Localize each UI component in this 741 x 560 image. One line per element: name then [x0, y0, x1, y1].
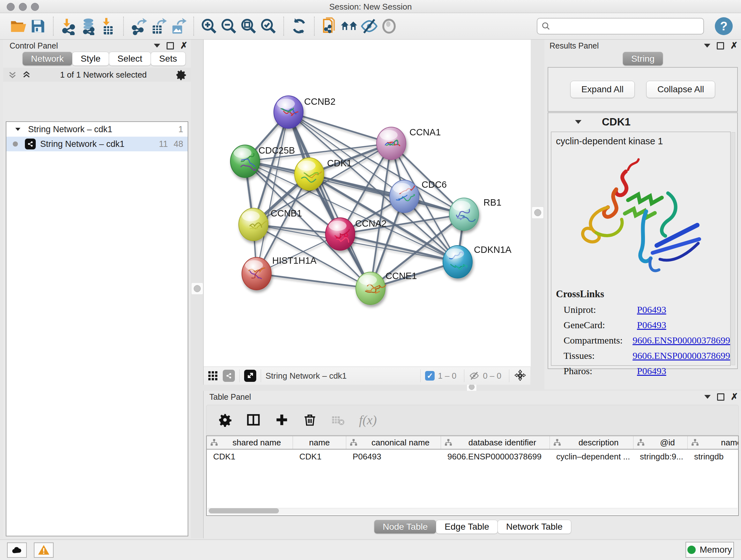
right-splitter-handle[interactable] [532, 206, 544, 219]
column-header[interactable]: shared name [207, 436, 293, 449]
column-header[interactable]: canonical name [346, 436, 441, 449]
crosslink-link[interactable]: 9606.ENSP00000378699 [632, 335, 730, 346]
close-panel-icon[interactable]: ✗ [731, 41, 738, 50]
apply-layout-button[interactable] [289, 16, 309, 36]
export-image-button[interactable] [169, 16, 188, 36]
table-hscroll-thumb[interactable] [209, 508, 279, 513]
node-CCNB2[interactable] [274, 96, 303, 128]
export-table-button[interactable] [149, 16, 169, 36]
cloud-button[interactable] [7, 543, 27, 558]
zoom-fit-button[interactable] [239, 16, 259, 36]
column-header[interactable]: database identifier [441, 436, 550, 449]
tab-network[interactable]: Network [22, 52, 72, 66]
export-network-button[interactable] [129, 16, 149, 36]
zoom-selected-icon [260, 17, 277, 35]
table-row[interactable]: CDK1CDK1P064939606.ENSP00000378699cyclin… [207, 449, 738, 463]
float-panel-icon[interactable] [717, 42, 724, 50]
table-cell[interactable]: 9606.ENSP00000378699 [441, 452, 550, 462]
gene-details: cyclin-dependent kinase 1 [551, 132, 731, 366]
import-table-button[interactable] [98, 16, 118, 36]
column-header[interactable]: name [293, 436, 346, 449]
network-graph[interactable]: CCNB2CCNA1CDC25BCDK1CDC6RB1CCNB1CCNA2CDK… [204, 40, 531, 367]
network-canvas[interactable]: CCNB2CCNA1CDC25BCDK1CDC6RB1CCNB1CCNA2CDK… [203, 40, 531, 367]
tab-sets[interactable]: Sets [151, 52, 186, 66]
hide-selection-button[interactable] [359, 16, 379, 36]
open-session-button[interactable] [8, 16, 28, 36]
crosslink-link[interactable]: P06493 [637, 320, 666, 330]
collapse-panel-icon[interactable] [704, 44, 711, 48]
collapse-panel-icon[interactable] [154, 44, 160, 48]
import-network-database-button[interactable] [78, 16, 98, 36]
show-all-button[interactable] [379, 16, 399, 36]
network-row[interactable]: String Network – cdk1 11 48 [6, 137, 188, 151]
network-from-selection-button[interactable] [320, 16, 340, 36]
warning-button[interactable] [34, 543, 54, 558]
memory-button[interactable]: Memory [685, 542, 734, 558]
crosslink-link[interactable]: P06493 [637, 304, 666, 315]
help-button[interactable]: ? [715, 17, 733, 35]
network-collection-row[interactable]: String Network – cdk1 1 [6, 122, 188, 137]
show-columns-icon[interactable] [246, 413, 261, 427]
node-CDC25B[interactable] [230, 145, 260, 178]
hidden-eye-slash-icon[interactable] [469, 370, 480, 381]
node-RB1[interactable] [449, 198, 479, 231]
tab-select[interactable]: Select [109, 52, 151, 66]
float-panel-icon[interactable] [166, 42, 174, 50]
node-CCNA2[interactable] [326, 218, 355, 250]
crosslink-link[interactable]: 9606.ENSP00000378699 [632, 350, 730, 361]
table-cell[interactable]: P06493 [346, 452, 441, 462]
node-CDC6[interactable] [390, 180, 419, 212]
node-CDKN1A[interactable] [443, 246, 472, 278]
close-panel-icon[interactable]: ✗ [180, 41, 188, 50]
tab-network-table[interactable]: Network Table [497, 520, 571, 534]
table-cell[interactable]: CDK1 [293, 452, 346, 462]
column-header[interactable]: @id [633, 436, 688, 449]
network-status-dot [13, 141, 18, 146]
zoom-selected-button[interactable] [259, 16, 278, 36]
zoom-out-button[interactable] [219, 16, 239, 36]
node-CCNB1[interactable] [239, 208, 268, 241]
pan-move-icon[interactable] [514, 369, 527, 382]
first-neighbors-button[interactable] [340, 16, 359, 36]
tree-expander-icon[interactable] [15, 128, 20, 131]
collapse-all-button[interactable]: Collapse All [646, 81, 715, 98]
expand-all-button[interactable]: Expand All [570, 81, 635, 98]
left-splitter-handle[interactable] [191, 283, 203, 295]
table-cell[interactable]: stringdb:9... [633, 452, 688, 462]
tab-style[interactable]: Style [72, 52, 109, 66]
import-network-file-button[interactable] [59, 16, 78, 36]
tab-string[interactable]: String [623, 52, 663, 66]
search-input[interactable] [551, 21, 699, 32]
table-cell[interactable]: cyclin–dependent ... [550, 452, 633, 462]
node-CCNE1[interactable] [356, 272, 386, 305]
selected-nodes-checkbox[interactable]: ✓ [425, 371, 434, 381]
save-session-button[interactable] [28, 16, 48, 36]
delete-column-icon[interactable] [303, 413, 317, 427]
table-options-gear-icon[interactable] [218, 413, 232, 427]
options-gear-icon[interactable] [176, 69, 186, 80]
zoom-in-button[interactable] [199, 16, 219, 36]
section-expander-icon[interactable] [575, 120, 582, 124]
node-HIST1H1A[interactable] [242, 257, 271, 290]
add-column-icon[interactable] [275, 413, 289, 427]
column-header[interactable]: namespace [688, 436, 739, 449]
node-CDK1[interactable] [294, 158, 324, 190]
expand-all-icon[interactable] [22, 70, 31, 79]
table-cell[interactable]: stringdb [688, 452, 739, 462]
network-share-icon[interactable] [223, 370, 235, 382]
collapse-panel-icon[interactable] [704, 395, 711, 399]
tab-edge-table[interactable]: Edge Table [436, 520, 498, 534]
column-header[interactable]: description [550, 436, 633, 449]
tab-node-table[interactable]: Node Table [374, 520, 436, 534]
table-cell[interactable]: CDK1 [207, 452, 293, 462]
collapse-all-icon[interactable] [8, 70, 17, 79]
birdseye-view-icon[interactable] [244, 370, 256, 382]
crosslink-link[interactable]: P06493 [637, 366, 666, 376]
results-scrollbar[interactable] [731, 132, 735, 365]
grid-view-icon[interactable] [207, 370, 218, 381]
close-panel-icon[interactable]: ✗ [731, 392, 738, 401]
table-hscroll-track[interactable] [207, 508, 738, 515]
float-panel-icon[interactable] [717, 393, 724, 401]
node-CCNA1[interactable] [377, 127, 406, 160]
houses-icon [340, 17, 359, 36]
